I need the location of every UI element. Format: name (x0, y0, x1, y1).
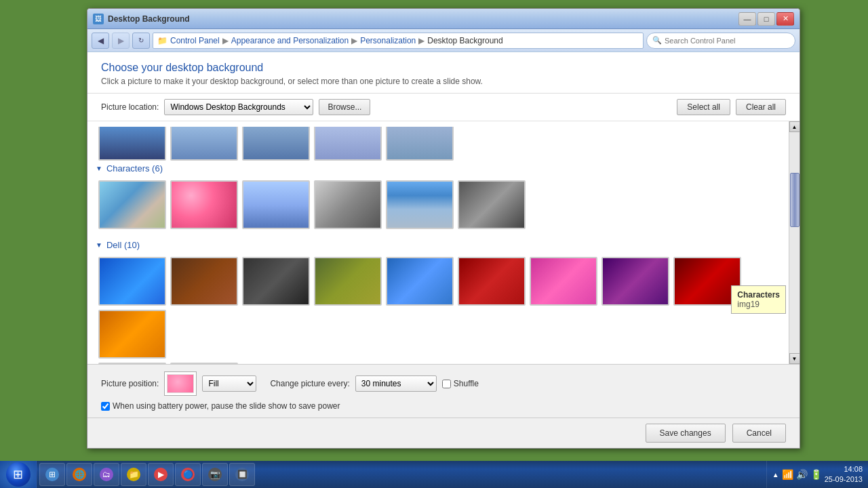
search-input[interactable] (665, 37, 789, 45)
title-bar: 🖼 Desktop Background — □ ✕ (87, 9, 800, 29)
maximize-button[interactable]: □ (757, 12, 775, 26)
characters-header[interactable]: ▼ Characters (6) (96, 161, 781, 176)
position-preview-inner (167, 374, 194, 393)
dell-thumb-7[interactable] (530, 257, 597, 306)
dell-thumb-2[interactable] (170, 257, 238, 306)
change-label: Change picture every: (270, 379, 349, 388)
taskbar-clock[interactable]: 14:08 25-09-2013 (825, 464, 863, 485)
partial-thumb-3[interactable] (242, 127, 310, 161)
scroll-up-button[interactable]: ▲ (789, 121, 800, 132)
dell-thumb-1[interactable] (98, 257, 166, 306)
char-thumb-6[interactable] (458, 180, 526, 229)
scroll-down-button[interactable]: ▼ (789, 353, 800, 364)
dell-thumb-3[interactable] (242, 257, 310, 306)
dell-thumb-12[interactable] (170, 363, 238, 364)
taskbar-icon-media: ▶ (154, 468, 167, 481)
dell-thumb-9[interactable] (673, 257, 741, 306)
title-bar-buttons: — □ ✕ (738, 12, 794, 26)
taskbar-item-cam[interactable]: 📷 (202, 463, 228, 486)
window-actions: Save changes Cancel (87, 418, 800, 448)
cancel-button[interactable]: Cancel (732, 424, 786, 443)
position-select[interactable]: Fill Fit Stretch Tile Center (202, 375, 256, 392)
dell-header[interactable]: ▼ Dell (10) (96, 237, 781, 253)
taskbar-icon-app: 🔲 (235, 468, 249, 481)
scroll-thumb[interactable] (790, 173, 800, 227)
char-thumb-1[interactable] (98, 180, 166, 229)
taskbar-icon-ie: 🌐 (73, 468, 86, 481)
dell-thumb-6[interactable] (458, 257, 526, 306)
path-control-panel[interactable]: Control Panel (170, 36, 220, 45)
taskbar-item-chrome[interactable]: 🔵 (175, 463, 201, 486)
dell-thumb-8[interactable] (601, 257, 669, 306)
taskbar-icon-folder: 📁 (127, 468, 140, 481)
search-box[interactable]: 🔍 (646, 33, 795, 49)
browse-button[interactable]: Browse... (319, 99, 370, 115)
clear-all-button[interactable]: Clear all (736, 99, 786, 115)
taskbar-item-windows[interactable]: ⊞ (39, 463, 65, 486)
char-thumb-2[interactable] (170, 180, 238, 229)
dell-thumb-11[interactable] (98, 363, 166, 364)
forward-button[interactable]: ▶ (112, 33, 130, 49)
select-all-button[interactable]: Select all (677, 99, 730, 115)
folder-icon: 📁 (157, 36, 167, 45)
change-select[interactable]: 10 seconds 30 seconds 1 minute 10 minute… (355, 375, 437, 392)
partial-thumb-2[interactable] (170, 127, 238, 161)
partial-thumb-1[interactable] (98, 127, 166, 161)
dell-images (96, 257, 781, 359)
tray-network[interactable]: 📶 (782, 469, 793, 480)
taskbar-item-files[interactable]: 🗂 (94, 463, 119, 486)
char-thumb-3[interactable] (242, 180, 310, 229)
path-desktop-bg: Desktop Background (427, 36, 502, 45)
taskbar-icon-windows: ⊞ (45, 468, 59, 481)
location-label: Picture location: (101, 102, 159, 112)
taskbar-item-app[interactable]: 🔲 (229, 463, 255, 486)
page-title: Choose your desktop background (101, 62, 786, 74)
start-button[interactable]: ⊞ (0, 461, 37, 488)
tray-battery[interactable]: 🔋 (810, 469, 822, 480)
window-icon: 🖼 (93, 14, 104, 24)
dell-images-row2 (96, 363, 781, 364)
taskbar: ⊞ ⊞ 🌐 🗂 📁 ▶ 🔵 📷 🔲 ▲ 📶 🔊 🔋 (0, 461, 868, 488)
picture-location-select[interactable]: Windows Desktop Backgrounds (164, 99, 313, 115)
change-group: Change picture every: 10 seconds 30 seco… (270, 375, 479, 392)
save-changes-button[interactable]: Save changes (646, 424, 726, 443)
taskbar-items: ⊞ 🌐 🗂 📁 ▶ 🔵 📷 🔲 (37, 463, 766, 486)
bottom-controls-inner: Picture position: Fill Fit Stretch Tile … (101, 371, 479, 411)
tray-arrow[interactable]: ▲ (772, 471, 779, 479)
dell-thumb-5[interactable] (386, 257, 454, 306)
taskbar-item-media[interactable]: ▶ (148, 463, 174, 486)
shuffle-checkbox[interactable] (442, 380, 451, 388)
taskbar-item-ie[interactable]: 🌐 (66, 463, 92, 486)
gallery-scroll[interactable]: ▼ Characters (6) ▼ (87, 121, 789, 364)
minimize-button[interactable]: — (738, 12, 756, 26)
taskbar-item-folder[interactable]: 📁 (121, 463, 146, 486)
characters-label: Characters (6) (106, 163, 163, 174)
address-bar: ◀ ▶ ↻ 📁 Control Panel ▶ Appearance and P… (87, 29, 800, 52)
clock-date: 25-09-2013 (825, 474, 863, 485)
tray-sound[interactable]: 🔊 (796, 469, 808, 480)
bottom-controls: Picture position: Fill Fit Stretch Tile … (87, 364, 800, 418)
window-title: Desktop Background (108, 14, 738, 24)
page-header: Choose your desktop background Click a p… (87, 52, 800, 94)
characters-category: ▼ Characters (6) (96, 161, 781, 229)
back-button[interactable]: ◀ (92, 33, 109, 49)
char-thumb-4[interactable] (314, 180, 382, 229)
scrollbar: ▲ ▼ (789, 121, 800, 364)
position-preview (164, 371, 197, 396)
dell-thumb-10[interactable] (98, 310, 166, 359)
partial-thumb-5[interactable] (386, 127, 454, 161)
dell-thumb-4[interactable] (314, 257, 382, 306)
partial-thumb-4[interactable] (314, 127, 382, 161)
path-sep-3: ▶ (418, 36, 425, 45)
taskbar-icon-cam: 📷 (208, 468, 222, 481)
close-button[interactable]: ✕ (776, 12, 794, 26)
refresh-button[interactable]: ↻ (132, 33, 150, 49)
shuffle-label[interactable]: Shuffle (442, 379, 479, 388)
battery-label[interactable]: When using battery power, pause the slid… (101, 401, 340, 411)
path-appearance[interactable]: Appearance and Personalization (231, 36, 349, 45)
battery-checkbox[interactable] (101, 402, 110, 411)
scroll-track[interactable] (789, 132, 800, 353)
path-personalization[interactable]: Personalization (360, 36, 416, 45)
controls-bar: Picture location: Windows Desktop Backgr… (87, 94, 800, 121)
char-thumb-5[interactable] (386, 180, 454, 229)
